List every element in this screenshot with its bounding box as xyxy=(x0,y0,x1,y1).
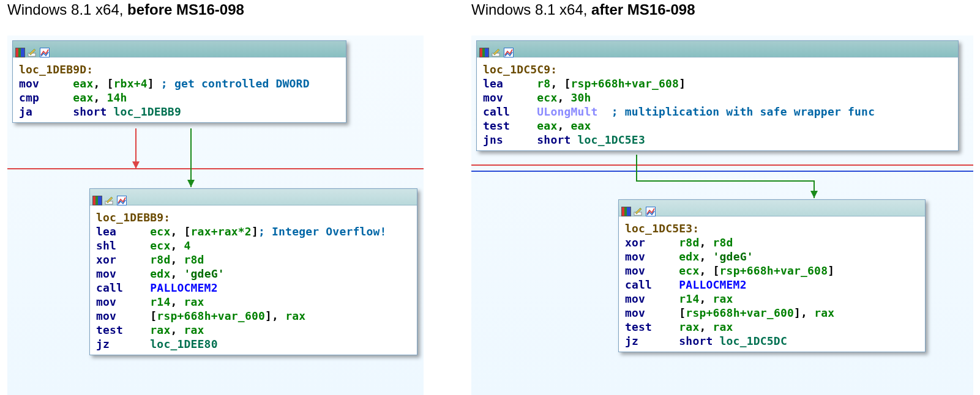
svg-rect-16 xyxy=(482,48,485,57)
svg-rect-7 xyxy=(93,196,95,205)
svg-rect-23 xyxy=(627,207,630,216)
ida-node-right-1[interactable]: loc_1DC5C9: lea r8, [rsp+668h+var_608] m… xyxy=(476,40,959,151)
heading-right: Windows 8.1 x64, after MS16-098 xyxy=(471,1,695,18)
color-icon[interactable] xyxy=(479,44,489,54)
disasm-code: loc_1DC5C9: lea r8, [rsp+668h+var_608] m… xyxy=(477,57,958,150)
node-titlebar xyxy=(619,200,925,216)
node-titlebar xyxy=(477,41,958,57)
graph-area-left: loc_1DEB9D: mov eax, [rbx+4] ; get contr… xyxy=(7,35,424,395)
heading-right-bold: after MS16-098 xyxy=(591,1,695,18)
edit-icon[interactable] xyxy=(28,44,37,54)
svg-rect-3 xyxy=(21,48,24,57)
color-icon[interactable] xyxy=(92,192,102,202)
graph-area-right: loc_1DC5C9: lea r8, [rsp+668h+var_608] m… xyxy=(471,35,973,395)
edit-icon[interactable] xyxy=(634,203,643,213)
node-titlebar xyxy=(90,189,417,205)
edit-icon[interactable] xyxy=(105,192,114,202)
ida-node-left-1[interactable]: loc_1DEB9D: mov eax, [rbx+4] ; get contr… xyxy=(12,40,346,123)
chart-icon[interactable] xyxy=(117,192,127,202)
node-titlebar xyxy=(13,41,346,57)
heading-left: Windows 8.1 x64, before MS16-098 xyxy=(7,1,244,18)
svg-rect-8 xyxy=(95,196,98,205)
disasm-code: loc_1DEBB9: lea ecx, [rax+rax*2]; Intege… xyxy=(90,205,417,355)
chart-icon[interactable] xyxy=(504,44,514,54)
edit-icon[interactable] xyxy=(492,44,501,54)
svg-rect-2 xyxy=(18,48,21,57)
color-icon[interactable] xyxy=(621,203,631,213)
heading-left-bold: before MS16-098 xyxy=(127,1,244,18)
ida-node-left-2[interactable]: loc_1DEBB9: lea ecx, [rax+rax*2]; Intege… xyxy=(89,188,417,355)
svg-rect-15 xyxy=(480,48,482,57)
heading-left-prefix: Windows 8.1 x64, xyxy=(7,1,127,18)
svg-rect-22 xyxy=(624,207,627,216)
chart-icon[interactable] xyxy=(40,44,50,54)
chart-icon[interactable] xyxy=(646,203,656,213)
svg-rect-1 xyxy=(16,48,18,57)
svg-rect-21 xyxy=(622,207,624,216)
heading-right-prefix: Windows 8.1 x64, xyxy=(471,1,591,18)
svg-rect-17 xyxy=(485,48,488,57)
disasm-code: loc_1DEB9D: mov eax, [rbx+4] ; get contr… xyxy=(13,57,346,122)
ida-node-right-2[interactable]: loc_1DC5E3: xor r8d, r8d mov edx, 'gdeG'… xyxy=(618,199,926,352)
color-icon[interactable] xyxy=(15,44,25,54)
svg-rect-9 xyxy=(98,196,102,205)
disasm-code: loc_1DC5E3: xor r8d, r8d mov edx, 'gdeG'… xyxy=(619,216,925,352)
